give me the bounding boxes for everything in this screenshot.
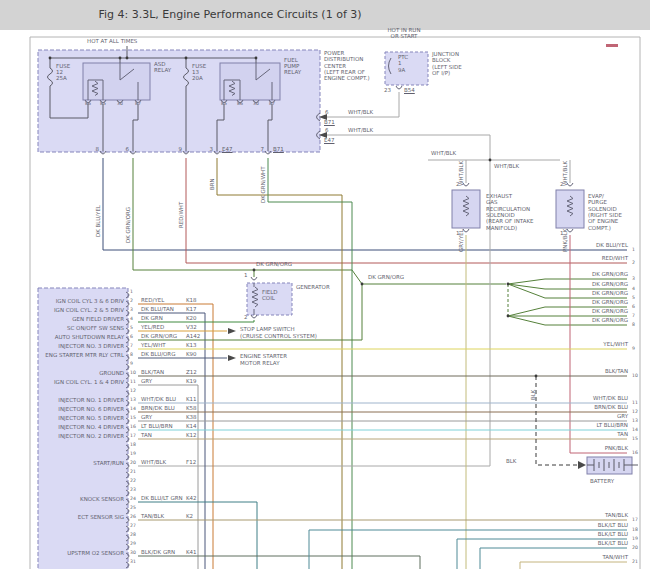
pcm-circuit-id: A142 <box>186 333 200 339</box>
pcm-pin-number: 22 <box>130 478 136 483</box>
pcm-wire-color: DK GRN/ORG <box>141 333 177 339</box>
pcm-circuit-id: K17 <box>186 306 197 312</box>
edge-pin-number: 13 <box>632 418 638 423</box>
pcm-circuit-id: K20 <box>186 315 197 321</box>
pcm-pin-number: 12 <box>130 388 136 393</box>
pcm-wire-color: GRY <box>141 378 152 384</box>
edge-pin-number: 7 <box>632 313 635 318</box>
pcm-row-label: START/RUN <box>36 460 124 466</box>
vertical-wire-label: DK GRN/ORG <box>125 207 131 243</box>
vertical-wire-label: GRY/YEL <box>458 229 464 252</box>
pcm-wire-color: YEL/RED <box>141 324 164 330</box>
diagram-label: BATTERY <box>590 478 614 484</box>
pcm-pin-number: 29 <box>130 541 136 546</box>
edge-wire-color: BRN/DK BLU <box>528 404 628 410</box>
pcm-pin-number: 26 <box>130 514 136 519</box>
edge-wire-color: YEL/WHT <box>528 341 628 347</box>
pcm-wire-color: BRN/DK BLU <box>141 405 175 411</box>
pcm-row-label: IGN COIL CYL. 1 & 4 DRIV <box>36 379 124 385</box>
diagram-label: 2 <box>244 314 248 320</box>
edge-pin-number: 20 <box>632 545 638 550</box>
pcm-pin-number: 31 <box>130 559 136 564</box>
pcm-pin-number: 28 <box>130 532 136 537</box>
vertical-wire-label: PNK/BLK <box>562 229 568 252</box>
pcm-circuit-id: K18 <box>186 297 197 303</box>
block-label-line: 20A <box>192 75 203 81</box>
pcm-circuit-id: K38 <box>186 414 197 420</box>
edge-pin-number: 17 <box>632 517 638 522</box>
diagram-label: DK GRN/ORG <box>368 274 404 280</box>
edge-pin-number: 11 <box>632 400 638 405</box>
edge-pin-number: 12 <box>632 409 638 414</box>
pcm-circuit-id: K19 <box>186 378 197 384</box>
pcm-wire-color: DK BLU/LT GRN <box>141 495 183 501</box>
block-label-line: MANIFOLD) <box>486 225 517 231</box>
pcm-row-label: ENG STARTER MTR RLY CTRL <box>36 352 124 358</box>
pcm-wire-color: DK GRN <box>141 315 163 321</box>
edge-pin-number: 8 <box>632 322 635 327</box>
pcm-row-label: SC ON/OFF SW SENS <box>36 325 124 331</box>
edge-wire-color: BLK/TAN <box>528 368 628 374</box>
pcm-row-label: ECT SENSOR SIG <box>36 514 124 520</box>
pdc-exit-connector-id: B71 <box>273 146 284 152</box>
block-label-line: OF I/P) <box>432 70 450 76</box>
pdc-exit-connector-id: E47 <box>222 146 232 152</box>
block-label-line: MOTOR RELAY <box>240 360 280 366</box>
pcm-circuit-id: K12 <box>186 432 197 438</box>
diagram-label: 6 <box>325 127 329 133</box>
pcm-pin-number: 24 <box>130 496 136 501</box>
pcm-pin-number: 14 <box>130 406 136 411</box>
pcm-wire-color: LT BLU/BRN <box>141 423 173 429</box>
pcm-row-label: INJECTOR NO. 4 DRIVER <box>36 424 124 430</box>
pcm-pin-number: 15 <box>130 415 136 420</box>
diagram-label: WHT/BLK <box>348 127 373 133</box>
pcm-row-label: GEN FIELD DRIVER <box>36 316 124 322</box>
relay-pin-number: 30 <box>115 101 125 106</box>
pcm-pin-number: 6 <box>130 334 133 339</box>
diagram-label: WHT/BLK <box>494 163 519 169</box>
vertical-wire-label: DK BLU/YEL <box>95 205 101 237</box>
edge-wire-color: TAN <box>528 431 628 437</box>
vertical-wire-label: WHT/BLK <box>562 161 568 186</box>
relay-pin-number: 87 <box>133 101 143 106</box>
pcm-wire-color: WHT/DK BLU <box>141 396 176 402</box>
block-label-line: ENGINE STARTER <box>240 353 287 359</box>
pcm-wire-color: RED/YEL <box>141 297 164 303</box>
pcm-pin-number: 7 <box>130 343 133 348</box>
pcm-pin-number: 25 <box>130 505 136 510</box>
block-label-line: COMPT.) <box>588 225 611 231</box>
pcm-pin-number: 27 <box>130 523 136 528</box>
block-label-line: STOP LAMP SWITCH <box>240 326 295 332</box>
diagram-label: GENERATOR <box>296 284 330 290</box>
edge-wire-color: TAN/BLK <box>528 512 628 518</box>
block-label-line: RELAY <box>154 67 171 73</box>
diagram-label: 1 <box>244 272 248 278</box>
edge-pin-number: 5 <box>632 295 635 300</box>
pcm-pin-number: 13 <box>130 397 136 402</box>
pcm-circuit-id: K2 <box>186 513 193 519</box>
diagram-label: WHT/BLK <box>431 150 456 156</box>
diagram-label: E47 <box>324 137 334 143</box>
pcm-circuit-id: K90 <box>186 351 197 357</box>
pcm-pin-number: 23 <box>130 487 136 492</box>
pcm-circuit-id: V32 <box>186 324 197 330</box>
pcm-circuit-id: K42 <box>186 495 197 501</box>
block-label-line: 9A <box>398 67 405 73</box>
pdc-exit-pin: 7 <box>256 146 264 152</box>
edge-wire-color: DK GRN/ORG <box>528 281 628 287</box>
pcm-wire-color: TAN <box>141 432 152 438</box>
block-label-line: OR START <box>378 33 430 39</box>
block-label-line: RELAY <box>284 69 301 75</box>
relay-pin-number: 30 <box>251 101 261 106</box>
vertical-wire-label: DK GRN/WHT <box>260 166 266 203</box>
pcm-row-label: INJECTOR NO. 5 DRIVER <box>36 415 124 421</box>
edge-wire-color: WHT/DK BLU <box>528 395 628 401</box>
edge-pin-number: 16 <box>632 450 638 455</box>
diagram-label: HOT AT ALL TIMES <box>87 38 137 44</box>
vertical-wire-label: RED/WHT <box>178 202 184 228</box>
pcm-row-label: INJECTOR NO. 2 DRIVER <box>36 433 124 439</box>
pcm-wire-color: WHT/BLK <box>141 459 166 465</box>
edge-pin-number: 4 <box>632 286 635 291</box>
pcm-circuit-id: F12 <box>186 459 196 465</box>
pcm-circuit-id: K14 <box>186 423 197 429</box>
